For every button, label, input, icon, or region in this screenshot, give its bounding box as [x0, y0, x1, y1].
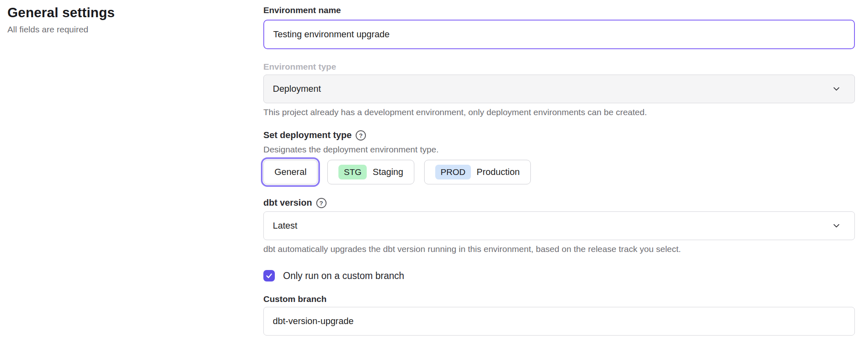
- dbt-version-value: Latest: [273, 220, 297, 231]
- page-head: General settings All fields are required: [7, 5, 115, 34]
- dbt-version-label: dbt version: [263, 197, 312, 208]
- production-badge: PROD: [435, 165, 471, 179]
- dbt-version-label-row: dbt version ?: [263, 197, 855, 208]
- environment-type-label: Environment type: [263, 61, 855, 72]
- help-icon[interactable]: ?: [356, 130, 366, 141]
- environment-settings-form: Environment name Environment type Deploy…: [263, 0, 855, 336]
- dbt-version-helper: dbt automatically upgrades the dbt versi…: [263, 243, 855, 254]
- custom-branch-checkbox-label[interactable]: Only run on a custom branch: [283, 270, 404, 281]
- chevron-down-icon: [831, 221, 841, 231]
- custom-branch-checkbox-row: Only run on a custom branch: [263, 270, 855, 281]
- deployment-type-staging-label: Staging: [372, 167, 403, 177]
- custom-branch-checkbox[interactable]: [263, 270, 275, 281]
- chevron-down-icon: [831, 84, 841, 94]
- deployment-type-staging-button[interactable]: STG Staging: [327, 160, 414, 184]
- staging-badge: STG: [338, 165, 367, 179]
- environment-type-select[interactable]: Deployment: [263, 75, 855, 103]
- environment-type-value: Deployment: [273, 84, 321, 94]
- deployment-type-production-label: Production: [477, 167, 520, 177]
- checkmark-icon: [265, 272, 273, 279]
- deployment-type-label-row: Set deployment type ?: [263, 130, 855, 141]
- page-subtitle: All fields are required: [7, 25, 115, 34]
- custom-branch-input[interactable]: [263, 307, 855, 336]
- dbt-version-select[interactable]: Latest: [263, 211, 855, 240]
- deployment-type-production-button[interactable]: PROD Production: [424, 160, 531, 184]
- deployment-type-helper: Designates the deployment environment ty…: [263, 144, 855, 155]
- help-icon[interactable]: ?: [316, 198, 327, 208]
- deployment-type-label: Set deployment type: [263, 130, 352, 141]
- deployment-type-options: General STG Staging PROD Production: [263, 160, 855, 184]
- environment-type-helper: This project already has a development e…: [263, 107, 855, 118]
- page-title: General settings: [7, 5, 115, 20]
- environment-name-label: Environment name: [263, 5, 855, 16]
- environment-name-input[interactable]: [263, 20, 855, 49]
- deployment-type-general-button[interactable]: General: [263, 160, 318, 184]
- custom-branch-label: Custom branch: [263, 294, 855, 304]
- deployment-type-general-label: General: [274, 167, 306, 177]
